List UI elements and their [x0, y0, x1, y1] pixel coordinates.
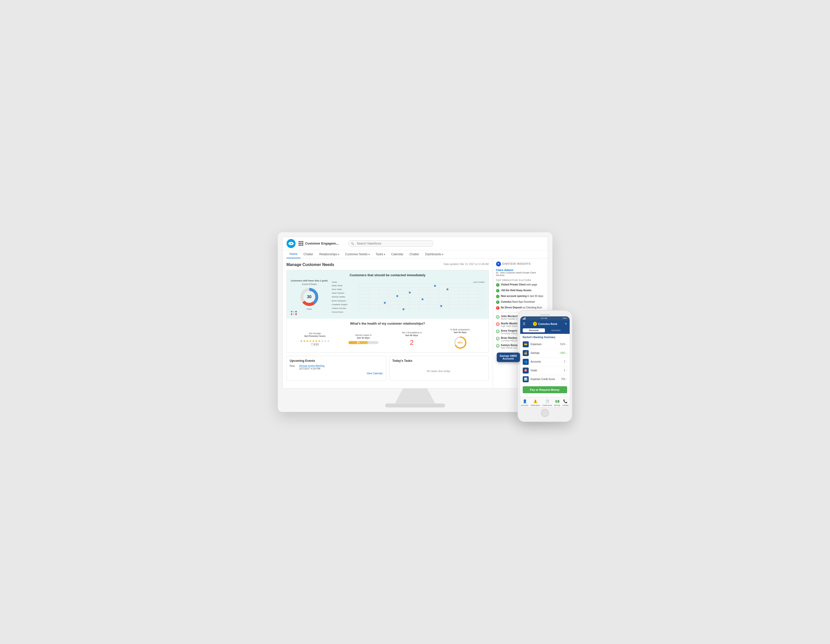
contact-anna-check	[496, 330, 499, 333]
claire-score: 92	[496, 272, 499, 274]
contact-noelle-check	[496, 322, 499, 326]
bottom-cards: Upcoming Events Now Annual review Meetin…	[287, 356, 489, 381]
contact-brian-check	[496, 337, 499, 340]
factor-4: ✓ Cumulus Bank App Download	[496, 300, 545, 304]
scatter-name-8: Conan Nixon	[332, 310, 357, 314]
expenses-icon: 💳	[523, 341, 529, 347]
menu-item-chatter[interactable]: Chatter	[301, 250, 316, 258]
tab-switch: Personal Business	[520, 328, 570, 334]
scatter-lastcontact-label: Last Contact	[473, 281, 485, 283]
cases-progress-fill: 10	[348, 341, 368, 344]
metric-esc-label: Tier 3 Escalations inlast 90 days	[388, 331, 436, 337]
savings-bubble-title: Savings 44850	[500, 354, 517, 357]
phone-row-goals[interactable]: 🎯 Goals 1 ›	[523, 366, 567, 375]
expenses-label: Expenses	[531, 343, 561, 346]
scatter-labels: Goals Last Contact	[332, 281, 484, 283]
refresh-icon[interactable]: ↻	[565, 322, 567, 325]
phone-row-accounts[interactable]: 👥 Accounts 7 ›	[523, 358, 567, 366]
footer-billpay[interactable]: 💵 Bill Pay	[554, 399, 560, 406]
scatter-dot-8	[402, 309, 404, 310]
footer-notifications[interactable]: ⚠️ Notifications	[531, 399, 540, 406]
no-tasks-message: No tasks due today.	[393, 364, 486, 378]
menu-item-home[interactable]: Home	[287, 250, 301, 258]
factor-5-icon: ✗	[496, 306, 499, 310]
savings-arrow: ›	[566, 351, 567, 354]
menu-item-calendar[interactable]: Calendar	[388, 250, 406, 258]
svg-point-7	[497, 323, 499, 325]
goals-arrow: ›	[566, 369, 567, 372]
hamburger-icon[interactable]: ☰	[523, 322, 526, 326]
einstein-icon: ✦	[496, 261, 501, 266]
events-title: Upcoming Events	[290, 359, 383, 362]
health-metrics: My AverageNet Promoter Score ★★★★★★★★★★ …	[291, 328, 485, 350]
phone-row-savings[interactable]: 💰 Savings +$50 ›	[523, 349, 567, 358]
footer-accounts[interactable]: 👤 Accounts	[521, 399, 529, 406]
factor-3-icon: ✓	[496, 295, 499, 298]
pay-button[interactable]: Pay or Request Money	[523, 386, 567, 393]
phone-row-credit[interactable]: 📊 Experian Credit Score 754 ›	[523, 375, 567, 384]
bank-logo: C	[533, 322, 537, 326]
goals-icon: 🎯	[523, 367, 529, 373]
scatter-chart-section: Goals Last Contact Aidan Shaw Anne S	[332, 281, 484, 314]
scatter-row: Aidan Shaw Anne Salas Asher Newton Aubre…	[332, 284, 484, 314]
accounts-label: Accounts	[531, 360, 564, 363]
legend-0: 0	[293, 311, 294, 313]
footer-billpay-label: Bill Pay	[554, 405, 560, 406]
scatter-dot-1	[434, 285, 436, 287]
phone-signal	[523, 317, 526, 320]
phone-status-bar: 9:41 AM 100%	[520, 316, 570, 320]
claire-detail: 92 - New Customer Need! Private Client S…	[496, 272, 545, 277]
einstein-header: ✦ EINSTEIN INSIGHTS	[496, 261, 545, 266]
credit-arrow: ›	[566, 378, 567, 381]
search-bar[interactable]	[348, 240, 433, 247]
phone-row-expenses[interactable]: 💳 Expenses 51% ›	[523, 340, 567, 349]
phone-notch-inner	[540, 314, 550, 315]
view-calendar-link[interactable]: View Calendar	[290, 372, 383, 375]
menu-item-chatter2[interactable]: Chatter	[406, 250, 422, 258]
savings-label: Savings	[531, 351, 560, 354]
scatter-dot-5	[421, 298, 423, 300]
footer-credit[interactable]: ⏱️ Credit Score	[542, 399, 552, 406]
tab-business[interactable]: Business	[545, 328, 567, 332]
menu-item-customer-needs[interactable]: Customer Needs	[342, 250, 373, 258]
factor-1-text: Visited Private Client web page	[501, 283, 537, 286]
search-input[interactable]	[348, 240, 433, 247]
scatter-dot-4	[396, 295, 398, 297]
scatter-name-5: Burke Sampson	[332, 299, 357, 303]
footer-contact[interactable]: 📞 Contact	[562, 399, 569, 406]
phone-battery: 100%	[563, 317, 567, 319]
claire-name[interactable]: Claire Adams	[496, 269, 545, 272]
escalation-number: 2	[388, 339, 436, 347]
menu-item-dashboards[interactable]: Dashboards	[422, 250, 446, 258]
menu-item-relationships[interactable]: Relationships	[316, 250, 342, 258]
donut-chart-section: Customers with fewer than 2 goals Count …	[291, 280, 328, 316]
cases-progress-bar: 10	[348, 341, 379, 344]
metric-cases-label: Service cases inlast 30 days	[339, 334, 388, 340]
credit-icon: 📊	[523, 376, 529, 382]
tab-personal[interactable]: Personal	[523, 328, 545, 332]
health-title: What's the health of my customer relatio…	[291, 322, 485, 325]
event-link[interactable]: Annual review Meeting	[299, 364, 325, 367]
factor-5: ✗ No Direct Deposit on Checking Acct	[496, 306, 545, 310]
event-row: Now Annual review Meeting 3/27/2017 4:30…	[290, 364, 383, 370]
menu-bar: Home Chatter Relationships Customer Need…	[283, 250, 548, 258]
billpay-footer-icon: 💵	[554, 399, 560, 404]
home-button[interactable]	[541, 409, 549, 417]
content-area: Manage Customer Needs Data updated: Mar …	[283, 258, 548, 388]
grid-icon[interactable]	[299, 241, 303, 246]
tasks-title: Today's Tasks	[393, 359, 486, 362]
factor-1-icon: ✓	[496, 283, 499, 287]
bob-gauge-label: 66%	[458, 341, 463, 344]
salesforce-nav: ☁ Customer Engagem...	[283, 237, 548, 258]
donut-number: 30	[307, 295, 312, 299]
metric-cases: Service cases inlast 30 days 10	[339, 334, 388, 344]
bank-title: C Cumulus Bank	[533, 322, 557, 326]
scatter-name-6: Chadwick English	[332, 303, 357, 306]
scatter-name-3: Asher Newton	[332, 291, 357, 295]
credit-footer-icon: ⏱️	[545, 399, 550, 404]
menu-item-tasks[interactable]: Tasks	[373, 250, 388, 258]
scatter-dot-3	[409, 292, 411, 293]
factor-2-text: >$2.0m Held Away Assets	[501, 289, 531, 292]
contact-title: Customers that should be contacted immed…	[291, 273, 485, 277]
monitor-stand	[395, 389, 435, 403]
